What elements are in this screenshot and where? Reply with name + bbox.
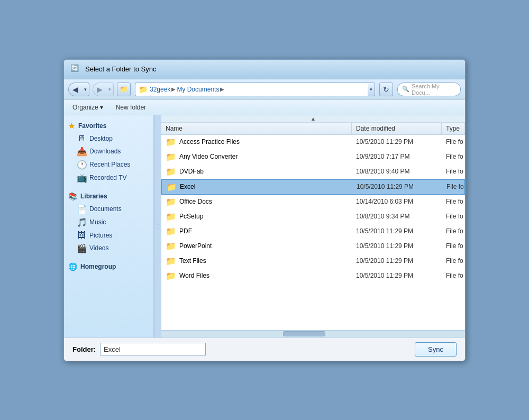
table-row[interactable]: 📁 Office Docs 10/14/2010 6:03 PM File fo bbox=[161, 195, 465, 209]
file-col-type: File fo bbox=[442, 182, 464, 191]
address-path-part2[interactable]: My Documents bbox=[177, 86, 219, 93]
horizontal-scrollbar-thumb[interactable] bbox=[283, 331, 325, 336]
homegroup-icon: 🌐 bbox=[68, 262, 77, 271]
libraries-label: Libraries bbox=[80, 193, 107, 200]
sidebar: ★ Favorites 🖥 Desktop 📥 Downloads 🕐 Rece… bbox=[64, 115, 154, 337]
horizontal-scrollbar[interactable] bbox=[161, 330, 465, 337]
folder-field: Folder: bbox=[72, 343, 206, 355]
sidebar-section-favorites[interactable]: ★ Favorites bbox=[64, 120, 153, 132]
table-row[interactable]: 📁 PcSetup 10/8/2010 9:34 PM File fo bbox=[161, 209, 465, 224]
file-col-name: 📁 PDF bbox=[161, 225, 352, 238]
table-row[interactable]: 📁 PDF 10/5/2010 11:29 PM File fo bbox=[161, 224, 465, 239]
table-row[interactable]: 📁 PowerPoint 10/5/2010 11:29 PM File fo bbox=[161, 239, 465, 254]
resize-handle[interactable]: ⋮ bbox=[154, 115, 161, 337]
col-header-date[interactable]: Date modified bbox=[352, 123, 442, 134]
sidebar-section-homegroup[interactable]: 🌐 Homegroup bbox=[64, 260, 153, 273]
table-row-selected[interactable]: 📁 Excel 10/5/2010 11:29 PM File fo bbox=[161, 179, 465, 195]
folder-label: Folder: bbox=[72, 345, 96, 353]
forward-dropdown-button[interactable]: ▾ bbox=[106, 83, 114, 96]
file-col-date: 10/8/2010 9:40 PM bbox=[352, 167, 442, 176]
search-placeholder: Search My Docu... bbox=[412, 83, 456, 96]
table-row[interactable]: 📁 DVDFab 10/8/2010 9:40 PM File fo bbox=[161, 165, 465, 179]
folder-icon: 📁 bbox=[166, 152, 176, 162]
folder-icon: 📁 bbox=[166, 137, 176, 147]
sidebar-separator-2 bbox=[64, 255, 153, 260]
sidebar-item-documents[interactable]: 📄 Documents bbox=[64, 203, 153, 216]
sidebar-item-pictures[interactable]: 🖼 Pictures bbox=[64, 229, 153, 242]
address-path-part1[interactable]: 32geek bbox=[150, 86, 170, 93]
sidebar-item-music[interactable]: 🎵 Music bbox=[64, 216, 153, 229]
file-col-type: File fo bbox=[442, 137, 465, 147]
file-col-name: 📁 Office Docs bbox=[161, 196, 352, 208]
file-name: Text Files bbox=[179, 257, 206, 264]
file-col-type: File fo bbox=[442, 241, 465, 251]
file-col-name: 📁 PcSetup bbox=[161, 211, 352, 223]
folder-icon: 📁 bbox=[166, 212, 176, 222]
table-row[interactable]: 📁 Text Files 10/5/2010 11:29 PM File fo bbox=[161, 254, 465, 269]
action-bar: Organize ▾ New folder bbox=[64, 100, 465, 115]
file-col-date: 10/5/2010 11:29 PM bbox=[352, 226, 442, 236]
file-name: Office Docs bbox=[179, 198, 212, 205]
address-bar[interactable]: 📁 32geek ▶ My Documents ▶ bbox=[135, 83, 368, 96]
folder-icon: 📁 bbox=[166, 197, 176, 207]
file-col-name: 📁 Word Files bbox=[161, 270, 352, 282]
file-name: PcSetup bbox=[179, 213, 203, 220]
content-area: ★ Favorites 🖥 Desktop 📥 Downloads 🕐 Rece… bbox=[64, 115, 465, 337]
file-col-type: File fo bbox=[442, 197, 465, 206]
sidebar-item-desktop[interactable]: 🖥 Desktop bbox=[64, 132, 153, 145]
back-button[interactable]: ◀ bbox=[68, 83, 82, 96]
file-col-type: File fo bbox=[442, 212, 465, 221]
homegroup-label: Homegroup bbox=[80, 263, 116, 270]
file-col-type: File fo bbox=[442, 152, 465, 161]
file-col-type: File fo bbox=[442, 271, 465, 280]
title-bar-title: Select a Folder to Sync bbox=[85, 65, 156, 73]
bottom-bar: Folder: Sync bbox=[64, 337, 465, 361]
folder-icon: 📁 bbox=[166, 167, 176, 177]
file-name: Word Files bbox=[179, 272, 209, 279]
sync-button[interactable]: Sync bbox=[415, 342, 457, 357]
organize-button[interactable]: Organize ▾ bbox=[70, 103, 105, 112]
folder-up-button[interactable]: 📁 bbox=[117, 83, 131, 96]
sidebar-item-recent-places[interactable]: 🕐 Recent Places bbox=[64, 158, 153, 171]
file-name: PowerPoint bbox=[179, 242, 212, 250]
sidebar-separator-1 bbox=[64, 185, 153, 190]
recent-places-icon: 🕐 bbox=[77, 160, 86, 170]
refresh-button[interactable]: ↻ bbox=[379, 83, 393, 96]
downloads-label: Downloads bbox=[89, 148, 121, 155]
new-folder-label: New folder bbox=[116, 104, 146, 111]
file-col-date: 10/5/2010 11:29 PM bbox=[352, 256, 442, 266]
table-row[interactable]: 📁 Access Practice Files 10/5/2010 11:29 … bbox=[161, 135, 465, 150]
pictures-icon: 🖼 bbox=[77, 231, 86, 240]
table-row[interactable]: 📁 Any Video Converter 10/9/2010 7:17 PM … bbox=[161, 150, 465, 165]
desktop-label: Desktop bbox=[89, 135, 113, 142]
sort-indicator-row: ▲ bbox=[161, 115, 465, 123]
recorded-tv-label: Recorded TV bbox=[89, 174, 126, 181]
sidebar-item-recorded-tv[interactable]: 📺 Recorded TV bbox=[64, 171, 153, 185]
sidebar-item-videos[interactable]: 🎬 Videos bbox=[64, 242, 153, 255]
dialog-window: 🔄 Select a Folder to Sync ◀ ▾ ▶ ▾ 📁 bbox=[63, 59, 466, 361]
file-col-date: 10/5/2010 11:29 PM bbox=[352, 241, 442, 251]
file-list-header: Name Date modified Type bbox=[161, 123, 465, 135]
forward-button[interactable]: ▶ bbox=[93, 83, 106, 96]
folder-icon: 📁 bbox=[120, 85, 128, 93]
new-folder-button[interactable]: New folder bbox=[114, 103, 148, 112]
address-dropdown-button[interactable]: ▾ bbox=[368, 83, 375, 96]
file-col-type: File fo bbox=[442, 226, 465, 236]
file-col-date: 10/8/2010 9:34 PM bbox=[352, 212, 442, 221]
col-header-type[interactable]: Type bbox=[442, 123, 465, 134]
file-name: PDF bbox=[179, 227, 192, 235]
sidebar-section-libraries[interactable]: 📚 Libraries bbox=[64, 190, 153, 203]
sidebar-item-downloads[interactable]: 📥 Downloads bbox=[64, 145, 153, 158]
table-row[interactable]: 📁 Word Files 10/5/2010 11:29 PM File fo bbox=[161, 269, 465, 284]
file-col-name: 📁 PowerPoint bbox=[161, 240, 352, 252]
organize-label: Organize bbox=[72, 104, 98, 111]
back-dropdown-button[interactable]: ▾ bbox=[82, 83, 89, 96]
folder-input[interactable] bbox=[100, 343, 206, 355]
search-bar[interactable]: 🔍 Search My Docu... bbox=[397, 83, 461, 96]
col-name-label: Name bbox=[166, 125, 183, 132]
col-header-name[interactable]: Name bbox=[161, 123, 352, 134]
refresh-icon: ↻ bbox=[383, 85, 389, 94]
address-separator1: ▶ bbox=[171, 86, 176, 92]
documents-icon: 📄 bbox=[77, 204, 86, 214]
address-separator2: ▶ bbox=[220, 86, 224, 92]
